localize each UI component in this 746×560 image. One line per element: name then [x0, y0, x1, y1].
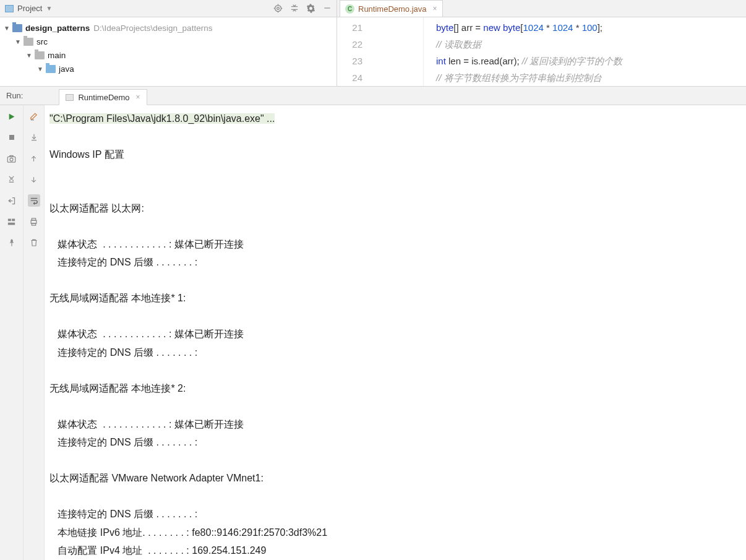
tree-root-path: D:\IdeaProjects\design_patterns [93, 24, 212, 33]
target-icon[interactable] [273, 4, 283, 13]
close-icon[interactable]: × [433, 4, 437, 13]
project-pane: Project ▼ ▼ design_patterns D:\IdeaProje… [0, 0, 337, 86]
chevron-down-icon[interactable]: ▼ [14, 38, 22, 45]
svg-point-1 [277, 7, 280, 10]
layout-icon[interactable] [6, 215, 18, 228]
editor-tabs: C RuntimeDemo.java × [337, 0, 746, 17]
stop-button[interactable] [6, 131, 18, 144]
camera-icon[interactable] [6, 152, 18, 165]
run-toolbar-console [24, 105, 45, 560]
edit-icon[interactable] [28, 110, 40, 123]
tree-label: main [48, 51, 66, 60]
run-toolbar-left [0, 105, 24, 560]
exit-icon[interactable] [6, 194, 18, 207]
folder-icon [24, 38, 33, 46]
svg-point-13 [11, 178, 12, 179]
svg-rect-15 [12, 218, 15, 221]
line-gutter: 21222324 [337, 17, 424, 86]
svg-rect-16 [8, 222, 15, 225]
java-class-icon: C [345, 4, 354, 14]
down-stack-icon[interactable] [28, 131, 40, 144]
tab-runtimedemo[interactable]: C RuntimeDemo.java × [340, 0, 443, 17]
svg-rect-14 [8, 218, 11, 221]
tab-label: RuntimeDemo.java [358, 4, 427, 14]
chevron-down-icon[interactable]: ▼ [36, 66, 45, 72]
svg-rect-12 [10, 155, 13, 157]
svg-point-11 [10, 158, 13, 161]
close-icon[interactable]: × [136, 93, 140, 101]
project-icon [5, 5, 14, 12]
tree-label: src [36, 37, 48, 46]
project-label[interactable]: Project [17, 4, 42, 13]
svg-rect-9 [9, 135, 14, 140]
up-arrow-icon[interactable] [28, 152, 40, 165]
tree-src[interactable]: ▼ src [0, 35, 337, 48]
svg-rect-26 [32, 223, 35, 225]
code-editor[interactable]: 21222324 byte[] arr = new byte[1024 * 10… [337, 17, 746, 86]
run-tab[interactable]: RuntimeDemo × [59, 89, 147, 105]
minimize-icon[interactable] [323, 4, 332, 13]
editor-pane: C RuntimeDemo.java × 21222324 byte[] arr… [337, 0, 746, 86]
chevron-down-icon[interactable]: ▼ [46, 5, 52, 12]
console-output[interactable]: "C:\Program Files\Java\jdk1.8.0_92\bin\j… [45, 105, 746, 560]
chevron-down-icon[interactable]: ▼ [2, 25, 11, 32]
tree-java[interactable]: ▼ java [0, 62, 337, 75]
print-icon[interactable] [28, 215, 40, 228]
code-area[interactable]: byte[] arr = new byte[1024 * 1024 * 100]… [424, 17, 746, 86]
console-command: "C:\Program Files\Java\jdk1.8.0_92\bin\j… [49, 113, 275, 124]
svg-point-0 [275, 6, 281, 12]
pin-icon[interactable] [6, 236, 18, 249]
folder-icon [35, 51, 45, 59]
down-arrow-icon[interactable] [28, 173, 40, 186]
debug-icon[interactable] [6, 173, 18, 186]
gear-icon[interactable] [306, 4, 315, 13]
tree-root-name: design_patterns [25, 24, 90, 33]
tree-label: java [59, 64, 74, 74]
soft-wrap-icon[interactable] [28, 194, 40, 207]
run-tab-label: RuntimeDemo [78, 93, 129, 102]
project-tree[interactable]: ▼ design_patterns D:\IdeaProjects\design… [0, 17, 337, 79]
collapse-icon[interactable] [290, 4, 299, 13]
svg-rect-25 [32, 218, 35, 220]
run-label: Run: [0, 91, 29, 100]
project-header: Project ▼ [0, 0, 337, 17]
folder-icon [46, 65, 56, 73]
run-panel: Run: RuntimeDemo × [0, 87, 746, 560]
chevron-down-icon[interactable]: ▼ [25, 52, 33, 59]
rerun-button[interactable] [6, 110, 18, 123]
tree-root[interactable]: ▼ design_patterns D:\IdeaProjects\design… [0, 21, 337, 35]
svg-rect-24 [31, 220, 36, 223]
folder-icon [12, 24, 22, 32]
run-config-icon [66, 94, 74, 101]
trash-icon[interactable] [28, 236, 40, 249]
tree-main[interactable]: ▼ main [0, 48, 337, 62]
